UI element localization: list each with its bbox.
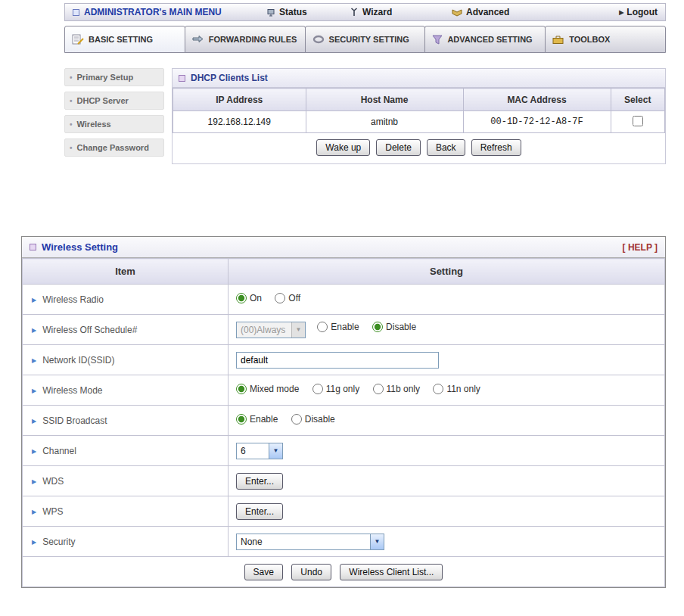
item-arrow-icon: ▶	[32, 509, 36, 515]
undo-button[interactable]: Undo	[291, 564, 331, 580]
item-label: Wireless Off Schedule#	[42, 325, 137, 335]
item-arrow-icon: ▶	[32, 539, 36, 546]
item-cell: ▶Wireless Radio	[23, 285, 229, 315]
wds-enter-button[interactable]: Enter...	[236, 473, 283, 490]
setting-cell: 6 ▼	[229, 436, 665, 466]
schedule-disable-option[interactable]: Disable	[372, 322, 416, 332]
schedule-select-value: (00)Always	[237, 322, 291, 338]
client-select-checkbox[interactable]	[633, 116, 643, 126]
option-label: Disable	[386, 322, 416, 332]
mode-11g-input[interactable]	[312, 384, 323, 394]
broadcast-disable-input[interactable]	[291, 414, 302, 425]
status-icon	[266, 8, 275, 17]
dropdown-arrow-icon: ▼	[291, 322, 305, 338]
ssid-input[interactable]	[236, 352, 439, 369]
sidebar-item-change-password[interactable]: • Change Password	[64, 138, 164, 157]
tab-security-setting[interactable]: SECURITY SETTING	[305, 26, 426, 53]
main-menu[interactable]: ADMINISTRATOR's MAIN MENU	[73, 7, 266, 17]
wireless-radio-on-input[interactable]	[236, 293, 247, 303]
logout-arrow-icon: ▶	[619, 9, 623, 16]
panel-square-icon	[30, 244, 36, 250]
menu-advanced[interactable]: Advanced	[452, 7, 619, 17]
col-setting: Setting	[229, 259, 665, 285]
mode-mixed-input[interactable]	[236, 384, 247, 394]
mode-11b-input[interactable]	[373, 384, 384, 394]
item-label: WDS	[42, 476, 64, 487]
item-arrow-icon: ▶	[32, 357, 36, 364]
mode-11n-input[interactable]	[433, 384, 443, 394]
refresh-button[interactable]: Refresh	[471, 139, 521, 156]
main-menu-label: ADMINISTRATOR's MAIN MENU	[84, 7, 222, 17]
row-ssid-broadcast: ▶SSID Broadcast Enable Disable	[23, 406, 665, 436]
sidebar-item-wireless[interactable]: • Wireless	[64, 115, 164, 133]
dhcp-client-row: 192.168.12.149 amitnb 00-1D-72-12-A8-7F	[173, 111, 665, 133]
item-label: WPS	[42, 506, 63, 517]
sidebar-item-label: Wireless	[77, 120, 111, 129]
wireless-client-list-button[interactable]: Wireless Client List...	[340, 564, 443, 580]
tab-advanced-setting[interactable]: ADVANCED SETTING	[424, 26, 546, 53]
wireless-panel-header: Wireless Setting [ HELP ]	[22, 237, 665, 258]
tab-basic-setting[interactable]: BASIC SETTING	[64, 26, 185, 53]
security-select[interactable]: None ▼	[236, 534, 384, 550]
row-wps: ▶WPS Enter...	[23, 496, 665, 527]
wireless-panel-title: Wireless Setting	[42, 241, 118, 253]
menu-wizard[interactable]: Wizard	[350, 7, 452, 17]
dhcp-clients-table: IP Address Host Name MAC Address Select …	[173, 88, 665, 133]
broadcast-disable-option[interactable]: Disable	[291, 414, 335, 425]
setting-cell	[229, 345, 665, 375]
save-button[interactable]: Save	[244, 564, 283, 580]
channel-select[interactable]: 6 ▼	[236, 443, 283, 459]
tab-toolbox[interactable]: TOOLBOX	[545, 26, 666, 53]
item-arrow-icon: ▶	[32, 418, 36, 425]
advanced-icon	[452, 8, 462, 17]
menu-status-label: Status	[279, 7, 307, 17]
tab-forwarding-rules-label: FORWARDING RULES	[209, 35, 297, 44]
schedule-enable-input[interactable]	[317, 322, 328, 332]
broadcast-enable-option[interactable]: Enable	[236, 414, 278, 425]
delete-button[interactable]: Delete	[376, 139, 421, 156]
dhcp-panel-header: DHCP Clients List	[173, 69, 665, 88]
bullet-icon: •	[70, 144, 73, 152]
schedule-disable-input[interactable]	[372, 322, 383, 332]
setting-cell: Mixed mode 11g only 11b only 11n only	[229, 375, 665, 406]
sidebar-item-primary-setup[interactable]: • Primary Setup	[64, 68, 164, 86]
tab-security-setting-label: SECURITY SETTING	[329, 35, 409, 44]
item-cell: ▶Network ID(SSID)	[23, 345, 229, 375]
menu-logout-label: Logout	[626, 7, 658, 17]
mode-11g-option[interactable]: 11g only	[312, 384, 359, 394]
settings-header-row: Item Setting	[23, 259, 665, 285]
option-label: 11b only	[387, 384, 420, 394]
item-cell: ▶WDS	[23, 466, 229, 496]
wireless-setting-panel: Wireless Setting [ HELP ] Item Setting ▶…	[21, 236, 666, 588]
wps-enter-button[interactable]: Enter...	[236, 503, 283, 520]
col-host-name: Host Name	[306, 89, 463, 111]
setting-cell: Enable Disable	[229, 406, 665, 436]
option-label: 11g only	[326, 384, 359, 394]
setting-cell: (00)Always ▼ Enable Disable	[229, 315, 665, 345]
mode-11b-option[interactable]: 11b only	[373, 384, 420, 394]
dhcp-buttons-row: Wake up Delete Back Refresh	[173, 133, 665, 163]
schedule-select[interactable]: (00)Always ▼	[236, 322, 306, 338]
actions-row: Save Undo Wireless Client List...	[23, 557, 665, 587]
menu-logout[interactable]: ▶ Logout	[619, 7, 658, 17]
broadcast-enable-input[interactable]	[236, 414, 247, 425]
mode-mixed-option[interactable]: Mixed mode	[236, 384, 299, 394]
tab-forwarding-rules[interactable]: FORWARDING RULES	[185, 26, 306, 53]
toolbox-icon	[552, 35, 564, 45]
back-button[interactable]: Back	[427, 139, 465, 156]
mode-11n-option[interactable]: 11n only	[433, 384, 480, 394]
col-item: Item	[23, 259, 229, 285]
menu-status[interactable]: Status	[266, 7, 350, 17]
help-link[interactable]: [ HELP ]	[623, 242, 658, 253]
wireless-radio-off-option[interactable]: Off	[275, 293, 300, 303]
wireless-radio-off-input[interactable]	[275, 293, 285, 303]
option-label: Enable	[250, 414, 278, 425]
schedule-enable-option[interactable]: Enable	[317, 322, 359, 332]
wake-up-button[interactable]: Wake up	[316, 139, 370, 156]
col-ip-address: IP Address	[173, 89, 306, 111]
wireless-radio-on-option[interactable]: On	[236, 293, 262, 303]
sidebar-item-dhcp-server[interactable]: • DHCP Server	[64, 92, 164, 110]
dhcp-header-row: IP Address Host Name MAC Address Select	[173, 89, 665, 111]
forwarding-rules-icon	[192, 35, 204, 44]
client-ip: 192.168.12.149	[173, 111, 306, 133]
